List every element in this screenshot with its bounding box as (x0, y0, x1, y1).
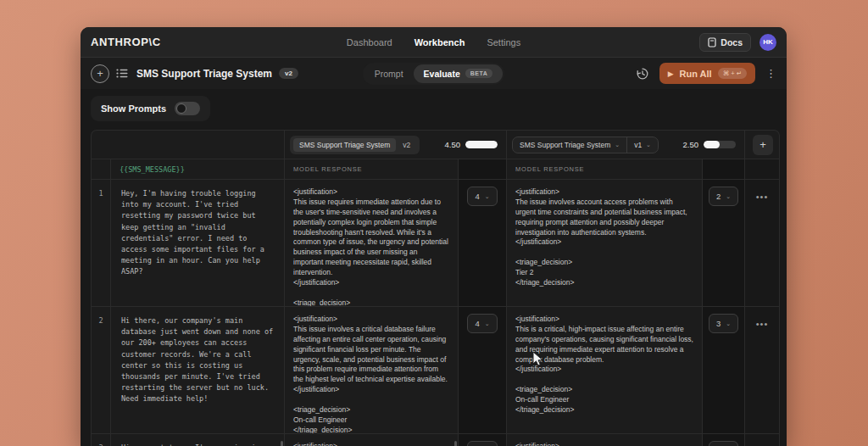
show-prompts-control: Show Prompts (91, 96, 210, 121)
sms-message-cell[interactable]: Hi there, our company's main database ju… (111, 307, 285, 433)
show-prompts-toggle[interactable] (175, 102, 200, 115)
history-button[interactable] (636, 67, 649, 81)
model-response-cell[interactable]: <justification> This is a critical, high… (507, 307, 703, 433)
avg-score-1: 4.50 (445, 140, 461, 149)
nav-links: Dashboard Workbench Settings (81, 37, 787, 47)
sms-message-variable: {{SMS_MESSAGE}} (120, 165, 185, 174)
table-row: 3 Hi support team, I'm experiencing <jus… (92, 434, 779, 446)
subheader-menu (745, 159, 779, 179)
model-response-cell[interactable]: <justification> (507, 434, 703, 446)
chevron-down-icon: ⌄ (726, 321, 731, 326)
header-column-1: SMS Support Triage System v2 4.50 (285, 131, 507, 159)
version-badge: v2 (279, 68, 298, 79)
subheader-response-2: MODEL RESPONSE (507, 159, 703, 179)
score-progress-2 (704, 141, 736, 148)
page-title: SMS Support Triage System (136, 68, 272, 80)
sms-message-cell[interactable]: Hi support team, I'm experiencing (111, 434, 285, 446)
score-cell: 4⌄ (459, 307, 507, 433)
row-number: 3 (92, 434, 111, 446)
prompt-selector-1[interactable]: SMS Support Triage System v2 (290, 136, 420, 154)
prompt-toolbar: + SMS Support Triage System v2 Prompt Ev… (81, 58, 787, 89)
cell-scrollbar[interactable] (454, 441, 457, 446)
score-cell: 2⌄ (703, 180, 745, 306)
header-spacer (92, 131, 285, 159)
nav-item-workbench[interactable]: Workbench (415, 37, 465, 47)
subheader-score-2 (703, 159, 745, 179)
row-menu-button[interactable]: ••• (756, 190, 769, 203)
score-dropdown[interactable]: 5⌄ (467, 441, 497, 446)
table-header: SMS Support Triage System v2 4.50 SMS Su… (92, 131, 779, 159)
row-number: 1 (92, 180, 111, 306)
user-avatar[interactable]: HK (760, 34, 776, 51)
model-response-cell[interactable]: <justification> The issue involves accou… (507, 180, 703, 306)
nav-item-settings[interactable]: Settings (487, 37, 520, 47)
chevron-down-icon: ⌄ (485, 193, 490, 199)
model-response-cell[interactable]: <justification> This issue requires imme… (285, 180, 459, 306)
table-row: 1 Hey, I'm having trouble logging into m… (92, 180, 779, 307)
tab-evaluate[interactable]: Evaluate BETA (414, 64, 504, 83)
score-cell: 5⌄ (459, 434, 507, 446)
row-menu-cell: ••• (745, 434, 779, 446)
docs-button[interactable]: Docs (699, 33, 751, 52)
run-all-button[interactable]: ▶ Run All ⌘ + ↵ (659, 63, 755, 84)
table-subheader: {{SMS_MESSAGE}} MODEL RESPONSE MODEL RES… (92, 159, 779, 180)
subheader-num (92, 159, 111, 179)
chevron-down-icon: ⌄ (646, 142, 651, 148)
new-prompt-button[interactable]: + (91, 64, 109, 83)
chevron-down-icon: ⌄ (615, 142, 620, 148)
history-icon (636, 67, 649, 81)
score-progress-1 (465, 141, 498, 148)
run-all-label: Run All (680, 69, 712, 79)
controls-row: Show Prompts (81, 89, 787, 121)
model-response-cell[interactable]: <justification> (285, 434, 459, 446)
tab-prompt[interactable]: Prompt (364, 64, 414, 83)
docs-icon (708, 37, 716, 47)
beta-badge: BETA (465, 69, 493, 78)
app-window: ANTHROP\C Dashboard Workbench Settings D… (81, 27, 787, 446)
score-cell: 2⌄ (703, 434, 745, 446)
score-dropdown[interactable]: 2⌄ (709, 187, 738, 206)
subheader-response-1: MODEL RESPONSE (285, 159, 459, 179)
top-nav: ANTHROP\C Dashboard Workbench Settings D… (81, 27, 787, 58)
run-all-shortcut: ⌘ + ↵ (718, 68, 747, 79)
table-row: 2 Hi there, our company's main database … (92, 307, 779, 434)
score-dropdown[interactable]: 4⌄ (467, 187, 497, 206)
prompt-selector-2[interactable]: SMS Support Triage System ⌄ v1 ⌄ (512, 137, 659, 153)
nav-item-dashboard[interactable]: Dashboard (347, 37, 392, 47)
prompt-list-button[interactable] (116, 69, 128, 78)
add-column-button[interactable]: + (753, 135, 773, 155)
subheader-score-1 (459, 159, 507, 179)
score-dropdown[interactable]: 3⌄ (709, 314, 738, 333)
docs-label: Docs (721, 37, 743, 47)
avg-score-2: 2.50 (683, 140, 699, 149)
row-number: 2 (92, 307, 111, 433)
score-cell: 3⌄ (703, 307, 745, 433)
header-add-column: + (745, 131, 780, 159)
toggle-knob (176, 103, 186, 114)
row-menu-button[interactable]: ••• (756, 317, 769, 331)
chevron-down-icon: ⌄ (485, 321, 490, 326)
chevron-down-icon: ⌄ (726, 193, 731, 199)
score-dropdown[interactable]: 4⌄ (467, 314, 497, 333)
play-icon: ▶ (668, 70, 674, 78)
model-response-cell[interactable]: <justification> This issue involves a cr… (285, 307, 459, 433)
score-dropdown[interactable]: 2⌄ (709, 441, 738, 446)
plus-icon: + (97, 68, 103, 79)
score-cell: 4⌄ (459, 180, 507, 306)
toolbar-menu-button[interactable]: ⋮ (765, 67, 776, 80)
cell-scrollbar[interactable] (281, 441, 283, 446)
version-dropdown[interactable]: v1 ⌄ (626, 137, 658, 153)
header-column-2: SMS Support Triage System ⌄ v1 ⌄ 2.50 (507, 131, 745, 159)
row-menu-cell: ••• (745, 307, 779, 433)
sms-message-cell[interactable]: Hey, I'm having trouble logging into my … (111, 180, 285, 306)
row-menu-cell: ••• (745, 180, 779, 306)
prompt-name-dropdown[interactable]: SMS Support Triage System ⌄ (513, 137, 626, 153)
evaluation-table: SMS Support Triage System v2 4.50 SMS Su… (91, 130, 780, 446)
list-icon (116, 69, 128, 78)
anthropic-logo: ANTHROP\C (91, 36, 161, 48)
subheader-input: {{SMS_MESSAGE}} (111, 159, 285, 179)
show-prompts-label: Show Prompts (101, 103, 166, 114)
